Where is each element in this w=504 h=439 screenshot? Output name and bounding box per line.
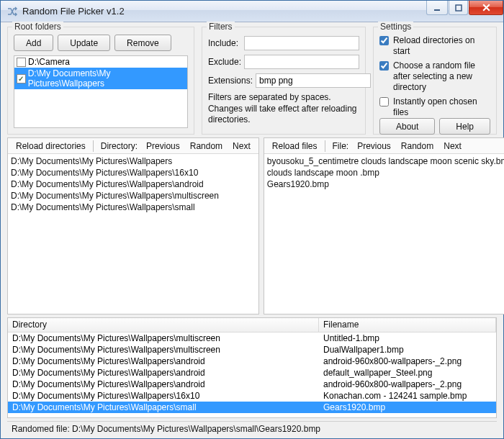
directory-item[interactable]: D:\My Documents\My Pictures\Wallpapers\1… (11, 167, 256, 178)
app-icon (6, 6, 18, 17)
svg-rect-1 (456, 5, 462, 11)
settings-title: Settings (378, 22, 413, 32)
directory-item[interactable]: D:\My Documents\My Pictures\Wallpapers\s… (11, 202, 256, 213)
filename-cell: Gears1920.bmp (319, 402, 496, 413)
choose-random-checkbox[interactable] (379, 61, 389, 71)
instant-open-checkbox[interactable] (379, 97, 389, 107)
status-text: Randomed file: D:\My Documents\My Pictur… (12, 424, 320, 434)
file-item[interactable]: clouds landscape moon .bmp (267, 167, 504, 178)
update-button[interactable]: Update (58, 35, 110, 51)
folder-checkbox[interactable] (17, 74, 26, 83)
table-row[interactable]: D:\My Documents\My Pictures\Wallpapers\a… (8, 379, 496, 390)
filename-cell: android-960x800-wallpapers-_2.png (319, 356, 496, 367)
file-random-button[interactable]: Random (396, 140, 438, 153)
root-folders-buttons: Add Update Remove (14, 35, 188, 51)
remove-button[interactable]: Remove (114, 35, 171, 51)
filename-cell: DualWallpaper1.bmp (319, 344, 496, 356)
file-label: File: (328, 140, 353, 153)
root-folders-title: Root folders (12, 22, 63, 32)
filename-cell: Konachan.com - 124241 sample.bmp (319, 390, 496, 402)
root-folders-list[interactable]: D:\CameraD:\My Documents\My Pictures\Wal… (14, 55, 188, 128)
file-next-button[interactable]: Next (438, 140, 467, 153)
directory-column-header[interactable]: Directory (8, 318, 319, 332)
window-controls (426, 1, 503, 22)
file-toolbar: Reload files File: Previous Random Next (264, 138, 504, 154)
filename-column-header[interactable]: Filename (319, 318, 496, 332)
directory-cell: D:\My Documents\My Pictures\Wallpapers\a… (8, 379, 319, 390)
root-folders-group: Root folders Add Update Remove D:\Camera… (7, 27, 194, 135)
table-row[interactable]: D:\My Documents\My Pictures\Wallpapers\m… (8, 344, 496, 356)
directory-cell: D:\My Documents\My Pictures\Wallpapers\a… (8, 367, 319, 379)
file-item[interactable]: Gears1920.bmp (267, 178, 504, 190)
directory-cell: D:\My Documents\My Pictures\Wallpapers\s… (8, 402, 319, 413)
content-area: Root folders Add Update Remove D:\Camera… (1, 22, 503, 438)
window-title: Random File Picker v1.2 (22, 6, 426, 17)
filename-cell: Untitled-1.bmp (319, 332, 496, 344)
table-row[interactable]: D:\My Documents\My Pictures\Wallpapers\m… (8, 332, 496, 344)
dir-random-button[interactable]: Random (185, 140, 228, 153)
table-header: Directory Filename (8, 318, 496, 332)
instant-open-label: Instantly open chosen files (393, 96, 490, 118)
directory-panel: Reload directories Directory: Previous R… (7, 137, 259, 314)
table-row[interactable]: D:\My Documents\My Pictures\Wallpapers\s… (8, 402, 496, 413)
file-panel: Reload files File: Previous Random Next … (264, 137, 504, 314)
directory-toolbar: Reload directories Directory: Previous R… (8, 138, 258, 154)
top-row: Root folders Add Update Remove D:\Camera… (7, 27, 497, 135)
choose-random-label: Choose a random file after selecting a n… (393, 60, 490, 93)
reload-on-start-label: Reload directories on start (393, 35, 490, 57)
directory-cell: D:\My Documents\My Pictures\Wallpapers\m… (8, 332, 319, 344)
maximize-button[interactable] (449, 1, 468, 15)
app-window: Random File Picker v1.2 Root folders Add… (0, 0, 504, 439)
file-item[interactable]: byousoku_5_centimetre clouds landscape m… (267, 155, 504, 167)
filters-note: Filters are separated by spaces. Changes… (208, 92, 359, 126)
filters-group: Filters Include: Exclude: Extensions: Fi… (202, 27, 366, 135)
titlebar: Random File Picker v1.2 (1, 1, 503, 22)
directory-list[interactable]: D:\My Documents\My Pictures\WallpapersD:… (8, 154, 258, 314)
exclude-input[interactable] (244, 55, 359, 69)
file-list[interactable]: byousoku_5_centimetre clouds landscape m… (264, 154, 504, 314)
extensions-label: Extensions: (208, 76, 253, 86)
root-folder-item[interactable]: D:\My Documents\My Pictures\Wallpapers (14, 68, 187, 89)
toolbar-separator (93, 140, 94, 152)
directory-cell: D:\My Documents\My Pictures\Wallpapers\m… (8, 344, 319, 356)
mid-row: Reload directories Directory: Previous R… (7, 137, 497, 314)
svg-rect-0 (434, 9, 440, 11)
table-row[interactable]: D:\My Documents\My Pictures\Wallpapers\a… (8, 367, 496, 379)
table-row[interactable]: D:\My Documents\My Pictures\Wallpapers\a… (8, 356, 496, 367)
directory-cell: D:\My Documents\My Pictures\Wallpapers\a… (8, 356, 319, 367)
dir-previous-button[interactable]: Previous (141, 140, 185, 153)
filename-cell: default_wallpaper_Steel.png (319, 367, 496, 379)
filename-cell: android-960x800-wallpapers-_2.png (319, 379, 496, 390)
directory-cell: D:\My Documents\My Pictures\Wallpapers\1… (8, 390, 319, 402)
directory-label: Directory: (96, 140, 141, 153)
directory-item[interactable]: D:\My Documents\My Pictures\Wallpapers\m… (11, 190, 256, 202)
reload-on-start-checkbox[interactable] (379, 36, 389, 45)
folder-path: D:\My Documents\My Pictures\Wallpapers (28, 68, 185, 89)
table-body[interactable]: D:\My Documents\My Pictures\Wallpapers\m… (8, 332, 496, 417)
toolbar-separator (325, 140, 325, 152)
close-button[interactable] (469, 1, 503, 15)
minimize-button[interactable] (426, 1, 448, 15)
history-table: Directory Filename D:\My Documents\My Pi… (7, 317, 497, 418)
directory-item[interactable]: D:\My Documents\My Pictures\Wallpapers (11, 155, 256, 167)
file-previous-button[interactable]: Previous (352, 140, 396, 153)
dir-next-button[interactable]: Next (228, 140, 256, 153)
table-row[interactable]: D:\My Documents\My Pictures\Wallpapers\1… (8, 390, 496, 402)
directory-item[interactable]: D:\My Documents\My Pictures\Wallpapers\a… (11, 178, 256, 190)
include-label: Include: (208, 38, 241, 48)
filters-title: Filters (207, 22, 235, 32)
folder-path: D:\Camera (28, 57, 70, 67)
exclude-label: Exclude: (208, 57, 241, 67)
status-bar: Randomed file: D:\My Documents\My Pictur… (7, 421, 497, 435)
about-button[interactable]: About (379, 118, 435, 135)
reload-files-button[interactable]: Reload files (267, 140, 323, 153)
folder-checkbox[interactable] (17, 58, 26, 67)
add-button[interactable]: Add (14, 35, 53, 51)
extensions-input[interactable] (256, 73, 371, 88)
reload-directories-button[interactable]: Reload directories (11, 140, 91, 153)
help-button[interactable]: Help (439, 118, 490, 135)
include-input[interactable] (244, 36, 359, 50)
root-folder-item[interactable]: D:\Camera (14, 56, 187, 68)
settings-group: Settings Reload directories on start Cho… (373, 27, 497, 135)
